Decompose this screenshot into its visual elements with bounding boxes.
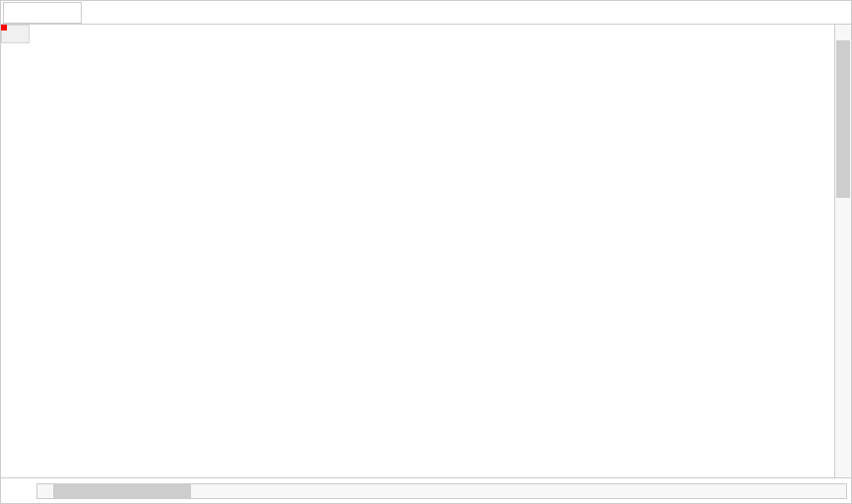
horizontal-scrollbar[interactable] <box>33 478 851 503</box>
add-sheet-button[interactable] <box>17 478 33 503</box>
tab-nav[interactable] <box>1 478 17 503</box>
sheet-area <box>1 25 851 477</box>
formula-bar <box>1 1 851 25</box>
select-all-corner[interactable] <box>2 26 30 43</box>
name-box[interactable] <box>3 2 82 24</box>
vertical-scroll-thumb[interactable] <box>836 40 850 198</box>
vertical-scrollbar[interactable] <box>834 25 851 477</box>
horizontal-scroll-thumb[interactable] <box>53 484 191 498</box>
bottom-bar <box>1 477 851 503</box>
spreadsheet-grid[interactable] <box>1 25 30 43</box>
